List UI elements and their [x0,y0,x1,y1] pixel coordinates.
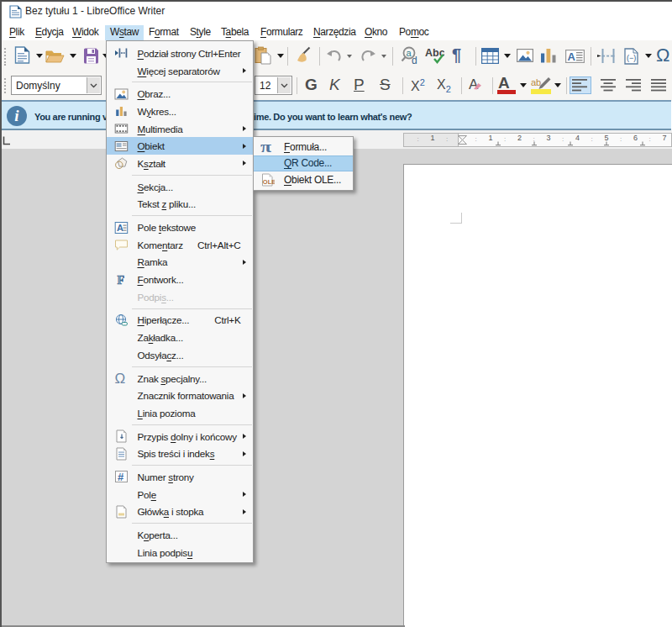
svg-text:A: A [568,50,576,63]
svg-text:d: d [412,55,417,65]
svg-text:#: # [118,471,124,483]
svg-text:Ω: Ω [115,371,126,386]
svg-text:(−): (−) [627,54,636,62]
svg-text:ab: ab [531,77,541,87]
svg-text:F: F [118,274,125,287]
svg-text:OLE: OLE [263,177,275,185]
svg-text:A: A [117,222,123,232]
svg-text:π: π [260,140,271,154]
